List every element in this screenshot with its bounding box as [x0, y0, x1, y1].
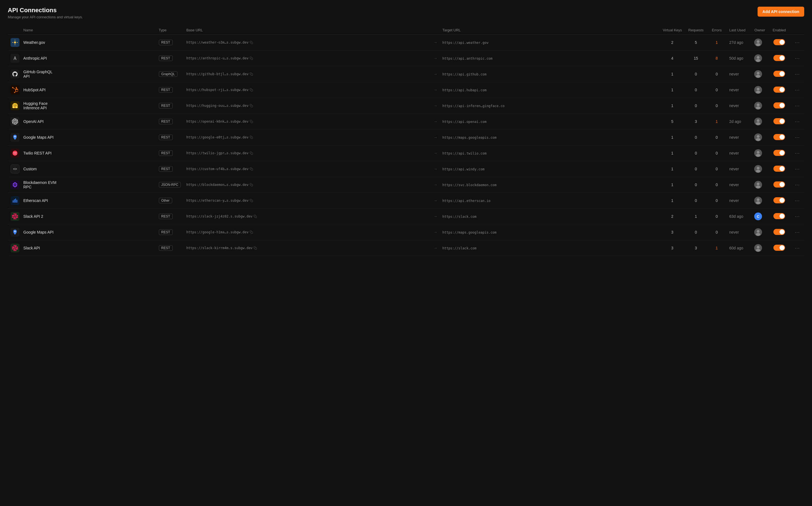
more-options-button[interactable]: ··· — [793, 55, 801, 62]
enabled-toggle[interactable] — [773, 55, 785, 61]
copy-base-url-icon[interactable] — [254, 246, 257, 250]
row-enabled[interactable] — [768, 130, 790, 145]
row-more[interactable]: ··· — [790, 114, 804, 130]
copy-base-url-icon[interactable] — [250, 152, 253, 155]
more-options-button[interactable]: ··· — [793, 150, 801, 157]
row-more[interactable]: ··· — [790, 225, 804, 240]
col-name-header: Name — [20, 26, 156, 35]
row-errors: 0 — [707, 161, 727, 177]
row-owner — [751, 225, 768, 240]
row-more[interactable]: ··· — [790, 177, 804, 193]
enabled-toggle[interactable] — [773, 134, 785, 140]
enabled-toggle[interactable] — [773, 39, 785, 45]
row-name: OpenAI API — [20, 114, 156, 130]
svg-point-12 — [756, 59, 760, 62]
copy-base-url-icon[interactable] — [254, 215, 257, 218]
row-icon-cell — [8, 240, 20, 256]
more-options-button[interactable]: ··· — [793, 166, 801, 173]
row-enabled[interactable] — [768, 66, 790, 82]
copy-base-url-icon[interactable] — [250, 41, 253, 44]
copy-base-url-icon[interactable] — [250, 199, 253, 202]
copy-base-url-icon[interactable] — [250, 183, 253, 186]
row-enabled[interactable] — [768, 161, 790, 177]
row-enabled[interactable] — [768, 98, 790, 114]
row-enabled[interactable] — [768, 225, 790, 240]
more-options-button[interactable]: ··· — [793, 213, 801, 220]
more-options-button[interactable]: ··· — [793, 87, 801, 93]
enabled-toggle[interactable] — [773, 229, 785, 235]
enabled-toggle[interactable] — [773, 166, 785, 172]
row-enabled[interactable] — [768, 177, 790, 193]
more-options-button[interactable]: ··· — [793, 181, 801, 188]
row-icon-cell: <> — [8, 161, 20, 177]
enabled-toggle[interactable] — [773, 197, 785, 203]
row-enabled[interactable] — [768, 114, 790, 130]
more-options-button[interactable]: ··· — [793, 71, 801, 78]
row-more[interactable]: ··· — [790, 82, 804, 98]
col-owner-header: Owner — [751, 26, 768, 35]
row-more[interactable]: ··· — [790, 161, 804, 177]
row-enabled[interactable] — [768, 240, 790, 256]
enabled-toggle[interactable] — [773, 245, 785, 251]
more-options-button[interactable]: ··· — [793, 229, 801, 236]
row-icon-cell — [8, 82, 20, 98]
enabled-toggle[interactable] — [773, 102, 785, 108]
row-last-used: never — [727, 225, 751, 240]
enabled-toggle[interactable] — [773, 71, 785, 77]
row-requests: 3 — [685, 240, 707, 256]
row-enabled[interactable] — [768, 51, 790, 66]
more-options-button[interactable]: ··· — [793, 102, 801, 109]
copy-base-url-icon[interactable] — [250, 88, 253, 92]
more-options-button[interactable]: ··· — [793, 39, 801, 46]
enabled-toggle[interactable] — [773, 87, 785, 93]
row-more[interactable]: ··· — [790, 51, 804, 66]
more-options-button[interactable]: ··· — [793, 245, 801, 252]
row-arrow: → — [431, 130, 439, 145]
copy-base-url-icon[interactable] — [250, 104, 253, 107]
copy-base-url-icon[interactable] — [250, 136, 253, 139]
row-enabled[interactable] — [768, 82, 790, 98]
svg-rect-17 — [251, 90, 253, 92]
row-more[interactable]: ··· — [790, 98, 804, 114]
more-options-button[interactable]: ··· — [793, 134, 801, 141]
row-arrow: → — [431, 240, 439, 256]
row-type: REST — [156, 130, 184, 145]
row-arrow: → — [431, 145, 439, 161]
copy-base-url-icon[interactable] — [250, 72, 253, 76]
row-more[interactable]: ··· — [790, 145, 804, 161]
enabled-toggle[interactable] — [773, 150, 785, 156]
row-more[interactable]: ··· — [790, 35, 804, 51]
row-more[interactable]: ··· — [790, 240, 804, 256]
row-enabled[interactable] — [768, 35, 790, 51]
copy-base-url-icon[interactable] — [250, 57, 253, 60]
enabled-toggle[interactable] — [773, 213, 785, 219]
add-api-connection-button[interactable]: Add API connection — [758, 7, 804, 17]
api-connections-table: Name Type Base URL Target URL Virtual Ke… — [8, 26, 804, 256]
more-options-button[interactable]: ··· — [793, 197, 801, 204]
row-enabled[interactable] — [768, 145, 790, 161]
row-requests: 5 — [685, 35, 707, 51]
row-more[interactable]: ··· — [790, 130, 804, 145]
row-last-used: 63d ago — [727, 208, 751, 225]
row-requests: 0 — [685, 161, 707, 177]
row-errors: 0 — [707, 82, 727, 98]
row-last-used: never — [727, 145, 751, 161]
enabled-toggle[interactable] — [773, 118, 785, 124]
table-row: Google Maps API REST https://google-h1ma… — [8, 225, 804, 240]
table-row: HubSpot API REST https://hubspot-rji…s.s… — [8, 82, 804, 98]
copy-base-url-icon[interactable] — [250, 167, 253, 171]
row-enabled[interactable] — [768, 208, 790, 225]
row-icon-cell: 🤗 — [8, 98, 20, 114]
row-more[interactable]: ··· — [790, 208, 804, 225]
copy-base-url-icon[interactable] — [250, 231, 253, 234]
more-options-button[interactable]: ··· — [793, 118, 801, 125]
row-more[interactable]: ··· — [790, 193, 804, 208]
row-target-url: https://api.github.com — [439, 66, 660, 82]
row-enabled[interactable] — [768, 193, 790, 208]
copy-base-url-icon[interactable] — [250, 120, 253, 123]
svg-point-7 — [757, 40, 759, 43]
enabled-toggle[interactable] — [773, 181, 785, 187]
row-owner — [751, 240, 768, 256]
row-name: Slack API 2 — [20, 208, 156, 225]
row-more[interactable]: ··· — [790, 66, 804, 82]
